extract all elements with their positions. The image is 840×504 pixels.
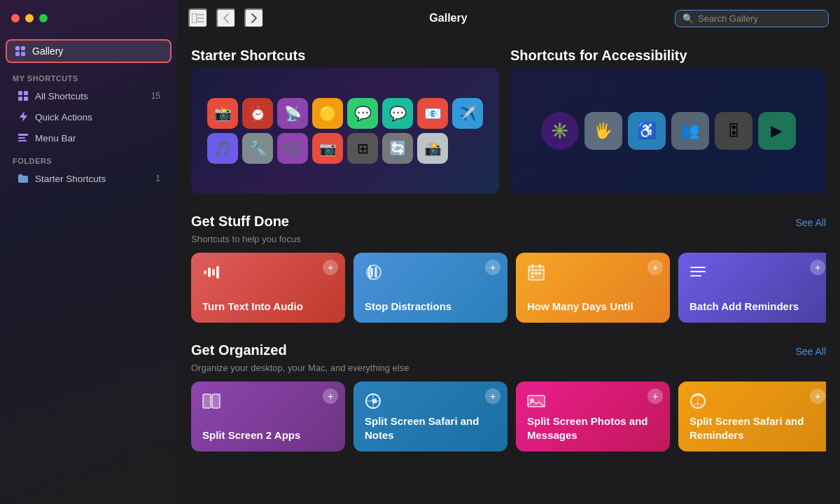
topbar: Gallery 🔍 [177, 0, 840, 36]
svg-rect-2 [15, 52, 20, 56]
traffic-light-red[interactable] [11, 14, 20, 22]
how-many-days-label: How Many Days Until [527, 300, 659, 314]
svg-rect-10 [18, 140, 27, 141]
svg-rect-31 [203, 394, 211, 408]
search-box[interactable]: 🔍 [675, 10, 829, 27]
card-how-many-days[interactable]: + How Many Days Until [516, 253, 670, 323]
starter-shortcuts-folder-icon [17, 172, 29, 185]
add-stop-distractions-button[interactable]: + [485, 260, 500, 275]
sidebar-toggle-button[interactable] [188, 8, 208, 28]
sidebar-item-menu-bar[interactable]: Menu Bar [4, 127, 173, 148]
get-stuff-done-title: Get Stuff Done [191, 214, 289, 230]
get-stuff-done-see-all[interactable]: See All [795, 217, 826, 228]
svg-rect-3 [21, 52, 25, 56]
search-input[interactable] [698, 13, 810, 24]
get-organized-subtitle: Organize your desktop, your Mac, and eve… [191, 363, 826, 373]
sidebar-item-all-shortcuts[interactable]: All Shortcuts 15 [4, 85, 173, 106]
svg-rect-17 [212, 269, 215, 276]
traffic-light-yellow[interactable] [25, 14, 34, 22]
accessibility-banner[interactable]: ✳️ 🖐 ♿ 👥 🎛 ▶ [510, 68, 826, 194]
all-shortcuts-label: All Shortcuts [35, 91, 88, 102]
get-stuff-done-cards: + Turn Text Into Audio + [191, 253, 826, 323]
safari-reminders-label: Split Screen Safari and Reminders [690, 414, 821, 442]
starter-app-icons: 📸 ⏰ 📡 🟡 💬 💬 📧 ✈️ 🎵 🔧 🎼 [200, 91, 490, 171]
get-stuff-done-section: Get Stuff Done See All Shortcuts to help… [191, 214, 826, 323]
how-many-days-icon [527, 262, 659, 281]
accessibility-header: Shortcuts for Accessibility [510, 48, 826, 64]
svg-rect-24 [531, 272, 534, 274]
add-batch-reminders-button[interactable]: + [810, 260, 825, 275]
gallery-nav-item[interactable]: Gallery [6, 39, 172, 63]
add-turn-text-audio-button[interactable]: + [323, 260, 338, 275]
photos-messages-label: Split Screen Photos and Messages [527, 414, 659, 442]
get-organized-title: Get Organized [191, 342, 287, 358]
svg-rect-5 [24, 91, 28, 95]
menu-bar-label: Menu Bar [35, 133, 76, 144]
app-icon: 📡 [277, 98, 308, 129]
acc-icon-extra: ▶ [758, 112, 796, 150]
safari-notes-label: Split Screen Safari and Notes [365, 414, 496, 442]
search-icon: 🔍 [682, 13, 694, 24]
gallery-nav-label: Gallery [32, 46, 63, 57]
starter-shortcuts-count: 1 [155, 174, 160, 183]
app-icon: ⏰ [242, 98, 273, 129]
content-area: Starter Shortcuts 📸 ⏰ 📡 🟡 💬 💬 📧 ✈️ [177, 36, 840, 482]
gallery-icon [14, 45, 27, 57]
card-batch-add-reminders[interactable]: + Batch Add Reminders [678, 253, 826, 323]
get-stuff-done-subtitle: Shortcuts to help you focus [191, 234, 826, 244]
svg-rect-9 [18, 137, 25, 139]
acc-icon-controls: 🎛 [715, 112, 752, 150]
acc-icon-accessibility: ♿ [628, 112, 666, 150]
menu-bar-icon [17, 132, 29, 144]
card-split-screen-2-apps[interactable]: + Split Screen 2 Apps [191, 382, 345, 451]
svg-rect-27 [531, 276, 534, 278]
add-split-screen-2-apps-button[interactable]: + [323, 388, 338, 404]
app-icon: 🎼 [277, 133, 308, 164]
svg-rect-7 [24, 97, 28, 101]
safari-reminders-icon [690, 391, 821, 410]
card-turn-text-audio[interactable]: + Turn Text Into Audio [191, 253, 345, 323]
accessibility-icons: ✳️ 🖐 ♿ 👥 🎛 ▶ [534, 105, 803, 157]
add-photos-messages-button[interactable]: + [648, 388, 663, 404]
svg-rect-0 [15, 46, 20, 50]
app-icon: 💬 [347, 98, 378, 129]
starter-icons-row-1: 📸 ⏰ 📡 🟡 💬 💬 📧 ✈️ [207, 98, 483, 129]
starter-header: Starter Shortcuts [191, 48, 499, 64]
get-organized-cards: + Split Screen 2 Apps + [191, 382, 826, 451]
starter-icons-row-2: 🎵 🔧 🎼 📷 ⊞ 🔄 📸 [207, 133, 483, 164]
banners-section: Starter Shortcuts 📸 ⏰ 📡 🟡 💬 💬 📧 ✈️ [191, 48, 826, 194]
stop-distractions-icon [365, 262, 496, 281]
app-icon: 📸 [417, 133, 448, 164]
starter-banner[interactable]: 📸 ⏰ 📡 🟡 💬 💬 📧 ✈️ 🎵 🔧 🎼 [191, 68, 499, 194]
my-shortcuts-section-label: My Shortcuts [0, 66, 177, 85]
app-icon: 🟡 [312, 98, 343, 129]
svg-rect-16 [208, 267, 211, 277]
svg-rect-11 [192, 13, 197, 23]
stop-distractions-label: Stop Distractions [365, 300, 496, 314]
sidebar-item-starter-shortcuts[interactable]: Starter Shortcuts 1 [4, 168, 173, 189]
split-screen-2-apps-icon [202, 391, 334, 410]
card-split-screen-photos-messages[interactable]: + Split Screen Photos and Messages [516, 382, 670, 451]
sidebar-item-quick-actions[interactable]: Quick Actions [4, 106, 173, 127]
starter-shortcuts-section: Starter Shortcuts 📸 ⏰ 📡 🟡 💬 💬 📧 ✈️ [191, 48, 499, 194]
batch-add-reminders-icon [690, 262, 821, 281]
main-content: Gallery 🔍 Starter Shortcuts 📸 ⏰ 📡 [177, 0, 840, 504]
card-split-screen-safari-notes[interactable]: + Split Screen Safari and Notes [354, 382, 507, 451]
add-safari-reminders-button[interactable]: + [810, 388, 825, 404]
sidebar: Gallery My Shortcuts All Shortcuts 15 Qu… [0, 0, 177, 504]
add-how-many-days-button[interactable]: + [648, 260, 663, 275]
app-icon: 📧 [417, 98, 448, 129]
card-stop-distractions[interactable]: + Stop Distractions [354, 253, 507, 323]
traffic-light-green[interactable] [39, 14, 48, 22]
svg-rect-32 [212, 394, 220, 408]
get-organized-section: Get Organized See All Organize your desk… [191, 342, 826, 451]
quick-actions-label: Quick Actions [35, 112, 92, 122]
add-safari-notes-button[interactable]: + [485, 388, 500, 404]
all-shortcuts-count: 15 [151, 91, 160, 101]
card-split-screen-safari-reminders[interactable]: + Split Screen Safari and Reminders [678, 382, 826, 451]
photos-messages-icon [527, 391, 659, 410]
traffic-lights [0, 0, 177, 36]
safari-notes-icon [365, 391, 496, 410]
app-icon: 📷 [312, 133, 343, 164]
get-organized-see-all[interactable]: See All [795, 346, 826, 357]
